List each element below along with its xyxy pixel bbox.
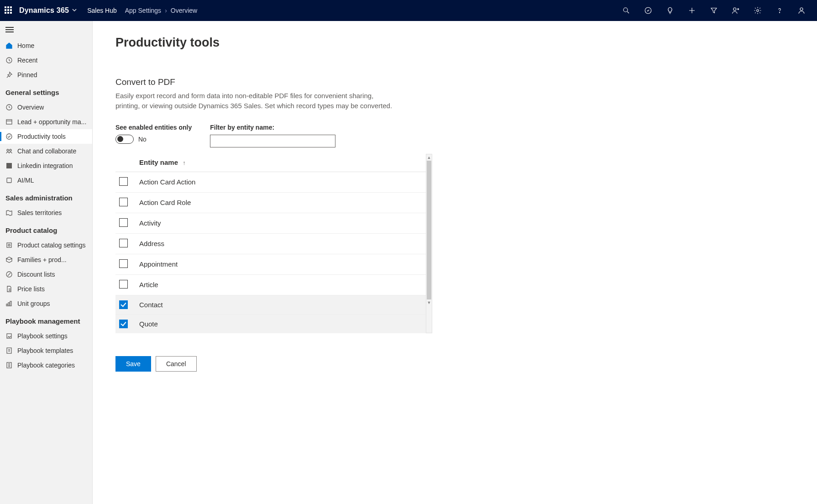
- scroll-down-icon[interactable]: ▼: [426, 299, 432, 306]
- section-title: Convert to PDF: [115, 77, 618, 87]
- breadcrumb-0[interactable]: App Settings: [125, 7, 161, 14]
- svg-point-10: [7, 149, 9, 151]
- entity-checkbox[interactable]: [119, 300, 128, 309]
- sidebar-item-label: Lead + opportunity ma...: [17, 118, 86, 126]
- entity-table: Entity name ↑ Action Card ActionAction C…: [115, 154, 426, 333]
- save-button[interactable]: Save: [115, 356, 151, 372]
- app-name[interactable]: Sales Hub: [87, 7, 117, 14]
- filter-label: Filter by entity name:: [210, 124, 335, 131]
- sidebar-item-label: Families + prod...: [17, 256, 67, 263]
- breadcrumb-1[interactable]: Overview: [171, 7, 197, 14]
- svg-text:in: in: [7, 164, 11, 168]
- sidebar-item-unit[interactable]: Unit groups: [0, 296, 92, 311]
- filter-icon[interactable]: [703, 0, 725, 21]
- table-row: Contact: [115, 295, 426, 314]
- chevron-down-icon[interactable]: [72, 7, 77, 14]
- sidebar-item-label: Product catalog settings: [17, 242, 85, 249]
- entity-name-cell: Quote: [136, 314, 426, 333]
- nav-group-title: Product catalog: [0, 220, 92, 238]
- gear-icon[interactable]: [747, 0, 769, 21]
- nav-pinned[interactable]: Pinned: [0, 68, 92, 82]
- brand-label[interactable]: Dynamics 365: [19, 6, 69, 15]
- sidebar-item-overview[interactable]: Overview: [0, 100, 92, 115]
- sort-asc-icon: ↑: [183, 159, 186, 166]
- svg-rect-20: [10, 301, 11, 306]
- linkedin-icon: in: [5, 162, 13, 169]
- nav-pinned-label: Pinned: [17, 71, 37, 79]
- sidebar-item-pb-categories[interactable]: Playbook categories: [0, 358, 92, 373]
- overview-icon: [5, 104, 13, 111]
- toggle-label: See enabled entities only: [115, 124, 192, 131]
- page-title: Productivity tools: [115, 36, 618, 50]
- sidebar-item-pc-settings[interactable]: Product catalog settings: [0, 238, 92, 252]
- scroll-thumb[interactable]: [427, 161, 431, 300]
- clock-icon: [5, 57, 13, 64]
- sidebar-item-lead-opp[interactable]: Lead + opportunity ma...: [0, 115, 92, 129]
- entity-checkbox[interactable]: [119, 177, 128, 186]
- chevron-right-icon: ›: [165, 7, 167, 14]
- user-icon[interactable]: [791, 0, 812, 21]
- sidebar-item-chat[interactable]: Chat and collaborate: [0, 144, 92, 158]
- hamburger-icon[interactable]: [0, 21, 92, 38]
- table-row: Action Card Action: [115, 172, 426, 192]
- sidebar-item-pb-templates[interactable]: Playbook templates: [0, 343, 92, 358]
- enabled-only-toggle[interactable]: [115, 135, 134, 144]
- sidebar-item-label: Chat and collaborate: [17, 147, 76, 155]
- sidebar-item-territories[interactable]: Sales territories: [0, 205, 92, 220]
- filter-input[interactable]: [210, 135, 335, 147]
- toggle-value: No: [138, 136, 147, 143]
- entity-checkbox[interactable]: [119, 280, 128, 289]
- app-launcher-icon[interactable]: [5, 6, 13, 15]
- svg-point-3: [757, 10, 759, 12]
- sidebar-item-label: Playbook categories: [17, 362, 75, 369]
- lead-opp-icon: [5, 118, 13, 126]
- scrollbar[interactable]: ▲ ▼: [426, 154, 432, 333]
- svg-point-0: [623, 8, 628, 12]
- nav-recent[interactable]: Recent: [0, 53, 92, 68]
- svg-point-4: [779, 12, 780, 13]
- sidebar-item-discount[interactable]: Discount lists: [0, 267, 92, 282]
- entity-checkbox[interactable]: [119, 198, 128, 206]
- nav-home[interactable]: Home: [0, 38, 92, 53]
- unit-icon: [5, 300, 13, 307]
- sidebar-item-price[interactable]: Price lists: [0, 282, 92, 296]
- column-header-entity[interactable]: Entity name ↑: [136, 154, 426, 172]
- scroll-up-icon[interactable]: ▲: [426, 154, 432, 161]
- nav-group-title: Sales administration: [0, 188, 92, 205]
- entity-name-cell: Action Card Role: [136, 192, 426, 213]
- search-icon[interactable]: [615, 0, 637, 21]
- help-icon[interactable]: [769, 0, 791, 21]
- pb-templates-icon: [5, 347, 13, 354]
- table-row: Article: [115, 274, 426, 295]
- table-row: Activity: [115, 213, 426, 233]
- svg-rect-15: [7, 243, 11, 247]
- assistant-icon[interactable]: [725, 0, 747, 21]
- sidebar-item-label: Playbook templates: [17, 347, 73, 354]
- discount-icon: [5, 271, 13, 278]
- productivity-icon: [5, 133, 13, 140]
- home-icon: [5, 42, 13, 49]
- nav-home-label: Home: [17, 42, 34, 49]
- sidebar-item-aiml[interactable]: AI/ML: [0, 173, 92, 188]
- cancel-button[interactable]: Cancel: [156, 356, 197, 372]
- entity-checkbox[interactable]: [119, 218, 128, 227]
- topbar: Dynamics 365 Sales Hub App Settings › Ov…: [0, 0, 817, 21]
- pc-settings-icon: [5, 242, 13, 249]
- sidebar-item-label: AI/ML: [17, 177, 34, 184]
- entity-name-cell: Article: [136, 274, 426, 295]
- lightbulb-icon[interactable]: [659, 0, 681, 21]
- territories-icon: [5, 209, 13, 216]
- pb-categories-icon: [5, 362, 13, 369]
- entity-checkbox[interactable]: [119, 259, 128, 268]
- sidebar-item-productivity[interactable]: Productivity tools: [0, 129, 92, 144]
- sidebar-item-pb-settings[interactable]: Playbook settings: [0, 329, 92, 343]
- entity-checkbox[interactable]: [119, 239, 128, 247]
- sidebar-item-families[interactable]: Families + prod...: [0, 252, 92, 267]
- sidebar-item-linkedin[interactable]: inLinkedin integration: [0, 158, 92, 173]
- add-icon[interactable]: [681, 0, 703, 21]
- chat-icon: [5, 147, 13, 155]
- entity-checkbox[interactable]: [119, 320, 128, 328]
- nav-recent-label: Recent: [17, 57, 37, 64]
- task-icon[interactable]: [637, 0, 659, 21]
- column-header-label: Entity name: [139, 158, 178, 166]
